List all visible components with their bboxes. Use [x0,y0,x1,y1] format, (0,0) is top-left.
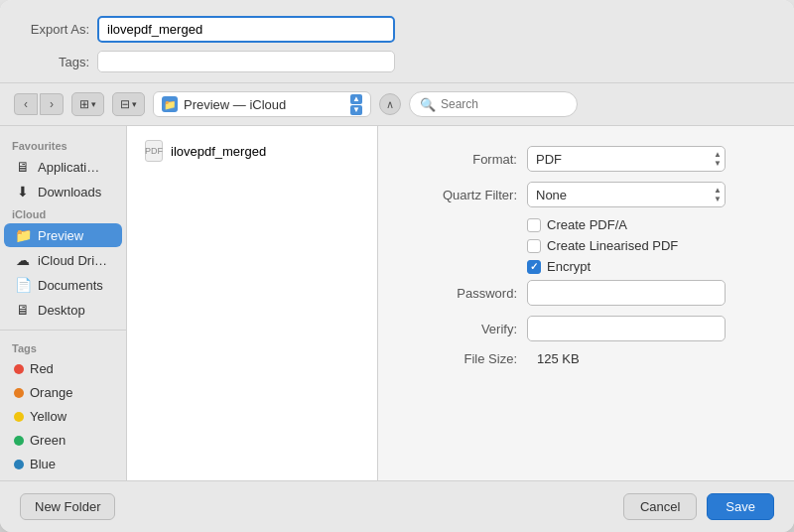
format-label: Format: [408,152,517,167]
quartz-select-wrapper: None ▲ ▼ [527,182,726,207]
file-name: ilovepdf_merged [171,144,266,159]
quartz-row: Quartz Filter: None ▲ ▼ [408,182,764,207]
create-pdfa-row: Create PDF/A [408,217,764,232]
encrypt-label: Encrypt [547,259,591,274]
filesize-value: 125 KB [537,351,580,366]
green-dot [14,436,24,446]
tag-label: Red [30,361,54,376]
format-row: Format: PDF ▲ ▼ [408,146,764,172]
nav-arrows: ‹ › [14,93,64,115]
search-input[interactable] [441,97,567,111]
sidebar-item-label: Documents [38,278,103,293]
options-panel: Format: PDF ▲ ▼ Quartz Filter: None [377,126,794,480]
format-select-wrapper: PDF ▲ ▼ [527,146,726,172]
save-dialog: Export As: Tags: ‹ › ⊞ ▾ ⊟ ▾ 📁 Preview —… [0,0,794,532]
create-linearised-checkbox-item[interactable]: Create Linearised PDF [527,238,678,253]
encrypt-row: Encrypt [408,259,764,274]
view-columns-button[interactable]: ⊞ ▾ [71,92,104,116]
filesize-row: File Size: 125 KB [408,351,764,366]
file-area: PDF ilovepdf_merged [127,126,377,480]
verify-input[interactable] [527,316,726,341]
view-grid-icon: ⊟ [120,97,130,111]
create-pdfa-label: Create PDF/A [547,217,627,232]
expand-button[interactable]: ∧ [379,93,401,115]
quartz-select[interactable]: None [527,182,726,207]
orange-dot [14,388,24,398]
export-input[interactable] [97,16,395,43]
sidebar-item-applications[interactable]: 🖥 Applicati… [4,155,122,179]
filesize-label: File Size: [408,351,517,366]
nav-bar: ‹ › ⊞ ▾ ⊟ ▾ 📁 Preview — iCloud ▲ ▼ ∧ 🔍 [0,83,794,126]
view-grid-arrow: ▾ [132,99,137,109]
create-linearised-label: Create Linearised PDF [547,238,678,253]
sidebar-item-label: Downloads [38,185,101,200]
yellow-dot [14,412,24,422]
view-columns-icon: ⊞ [79,97,89,111]
sidebar-item-icloud-drive[interactable]: ☁ iCloud Dri… [4,248,122,272]
encrypt-checkbox[interactable] [527,260,541,274]
cancel-button[interactable]: Cancel [623,493,697,520]
desktop-icon: 🖥 [14,302,32,318]
sidebar-item-label: Preview [38,228,83,243]
sidebar-item-red[interactable]: Red [4,357,122,380]
sidebar-item-preview[interactable]: 📁 Preview [4,223,122,247]
create-linearised-row: Create Linearised PDF [408,238,764,253]
create-pdfa-checkbox-item[interactable]: Create PDF/A [527,217,627,232]
save-button[interactable]: Save [707,493,774,520]
tag-label: Green [30,433,66,448]
location-arrow-up: ▲ [350,94,362,104]
password-row: Password: [408,280,764,306]
tags-label: Tags: [20,55,89,69]
view-grid-button[interactable]: ⊟ ▾ [112,92,145,116]
tags-input[interactable] [97,51,395,72]
back-button[interactable]: ‹ [14,93,38,115]
main-content: Favourites 🖥 Applicati… ⬇ Downloads iClo… [0,126,794,480]
location-spinner: ▲ ▼ [350,94,362,115]
verify-row: Verify: [408,316,764,341]
encrypt-checkbox-item[interactable]: Encrypt [527,259,591,274]
format-select[interactable]: PDF [527,146,726,172]
verify-label: Verify: [408,322,517,336]
sidebar-item-label: iCloud Dri… [38,253,107,268]
sidebar-item-orange[interactable]: Orange [4,381,122,404]
tags-header: Tags [0,338,126,356]
applications-icon: 🖥 [14,159,32,175]
bottom-bar: New Folder Cancel Save [0,480,794,532]
file-item[interactable]: PDF ilovepdf_merged [137,136,367,166]
new-folder-button[interactable]: New Folder [20,493,115,520]
file-icon: PDF [145,140,163,162]
sidebar-item-desktop[interactable]: 🖥 Desktop [4,298,122,322]
sidebar-item-label: Applicati… [38,160,99,175]
red-dot [14,364,24,374]
location-text: Preview — iCloud [184,97,344,112]
forward-button[interactable]: › [40,93,64,115]
favourites-header: Favourites [0,136,126,154]
sidebar-item-downloads[interactable]: ⬇ Downloads [4,180,122,203]
tag-label: Blue [30,457,56,471]
location-folder-icon: 📁 [162,96,178,112]
sidebar-item-documents[interactable]: 📄 Documents [4,273,122,297]
create-linearised-checkbox[interactable] [527,239,541,253]
sidebar-item-blue[interactable]: Blue [4,453,122,475]
tag-label: Orange [30,385,72,400]
sidebar-item-label: Desktop [38,303,85,318]
tag-label: Yellow [30,409,66,424]
create-pdfa-checkbox[interactable] [527,218,541,232]
view-columns-arrow: ▾ [91,99,96,109]
password-input[interactable] [527,280,726,306]
icloud-drive-icon: ☁ [14,252,32,268]
location-selector[interactable]: 📁 Preview — iCloud ▲ ▼ [153,91,371,117]
quartz-label: Quartz Filter: [408,188,517,202]
icloud-header: iCloud [0,204,126,222]
downloads-icon: ⬇ [14,184,32,200]
blue-dot [14,460,24,469]
sidebar: Favourites 🖥 Applicati… ⬇ Downloads iClo… [0,126,127,480]
top-bar: Export As: Tags: [0,0,794,83]
search-box[interactable]: 🔍 [409,91,578,117]
export-label: Export As: [20,22,89,37]
sidebar-item-green[interactable]: Green [4,429,122,452]
search-icon: 🔍 [420,97,436,112]
sidebar-item-yellow[interactable]: Yellow [4,405,122,428]
preview-folder-icon: 📁 [14,227,32,243]
location-arrow-down: ▼ [350,105,362,115]
